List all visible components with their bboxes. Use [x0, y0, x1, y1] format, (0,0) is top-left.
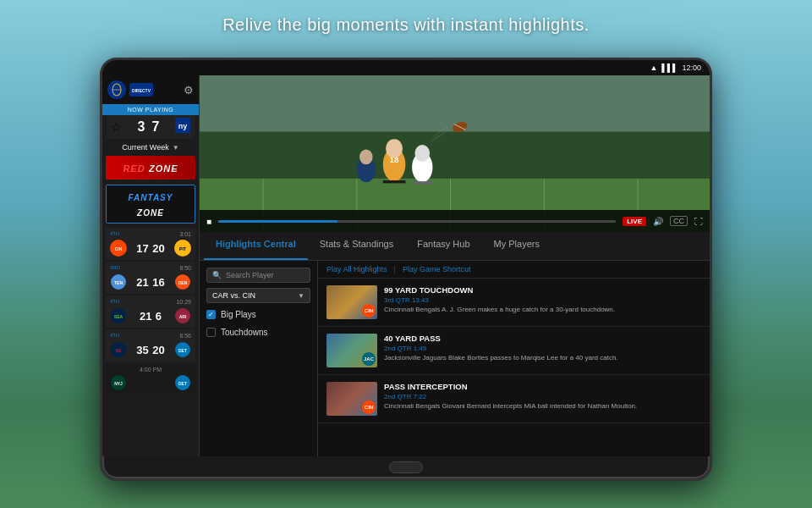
headline: Relive the big moments with instant high… — [0, 15, 812, 35]
screen: DIRECTV ⚙ NOW PLAYING ☆ 3 7 — [102, 75, 710, 456]
svg-text:DIRECTV: DIRECTV — [132, 88, 151, 93]
game3-scores: 21 6 — [140, 308, 162, 323]
highlight-item-2[interactable]: JAC 40 YARD PASS 2nd QTR 1:49 Jacksonvil… — [318, 327, 710, 375]
game-selector-arrow: ▼ — [298, 292, 304, 300]
team-logo-cin: CIN — [110, 240, 127, 257]
home-button[interactable] — [389, 461, 423, 473]
svg-point-40 — [414, 145, 430, 162]
progress-fill — [218, 220, 337, 223]
current-week[interactable]: Current Week ▼ — [102, 141, 199, 153]
tab-stats[interactable]: Stats & Standings — [308, 232, 405, 260]
filter-touchdowns[interactable]: Touchdowns — [206, 326, 310, 339]
sidebar-logo: DIRECTV — [107, 80, 153, 99]
svg-rect-41 — [412, 181, 432, 184]
highlight-desc-1: Cincinnati Bengals A. J. Green makes a h… — [384, 306, 701, 314]
red-zone-banner[interactable]: RED ZONE — [106, 156, 195, 179]
highlight-thumb-1: CIN — [326, 285, 377, 319]
touchdowns-checkbox[interactable] — [206, 328, 216, 337]
game-item-2[interactable]: 3RD 8:50 TEN 21 16 — [106, 262, 195, 294]
team-logo-ari: ARI — [174, 307, 191, 324]
svg-text:NYJ: NYJ — [114, 381, 123, 386]
svg-text:18: 18 — [390, 155, 400, 164]
fullscreen-button[interactable]: ⛶ — [694, 217, 703, 226]
progress-bar[interactable] — [218, 220, 616, 223]
highlight-time-3: 2nd QTR 7:22 — [384, 393, 701, 400]
filter-big-plays[interactable]: Big Plays — [206, 308, 310, 321]
directv-logo: DIRECTV — [129, 83, 153, 97]
highlight-item-3[interactable]: CIN PASS INTERCEPTION 2nd QTR 7:22 Cinci… — [318, 375, 710, 423]
volume-icon[interactable]: 🔊 — [653, 217, 663, 226]
score-numbers: 3 7 — [138, 119, 160, 135]
svg-rect-28 — [200, 75, 710, 131]
week-dropdown-arrow: ▼ — [173, 144, 179, 152]
game2-qtr: 3RD — [110, 265, 120, 271]
tab-fantasy[interactable]: Fantasy Hub — [405, 232, 481, 260]
svg-text:ny: ny — [178, 122, 188, 130]
team-logo-det2: DET — [174, 374, 191, 391]
tab-highlights[interactable]: Highlights Central — [204, 232, 308, 260]
settings-icon[interactable]: ⚙ — [184, 84, 194, 97]
game4-scores: 35 20 — [136, 342, 164, 357]
now-playing-bar: NOW PLAYING — [102, 104, 199, 115]
game2-scores: 21 16 — [136, 274, 164, 290]
tab-navigation: Highlights Central Stats & Standings Fan… — [200, 232, 710, 261]
highlight-title-2: 40 YARD PASS — [384, 334, 701, 343]
video-player[interactable]: 18 — [200, 75, 710, 232]
main-area: 18 — [200, 75, 710, 456]
jaguars-badge-2: JAC — [362, 352, 376, 366]
red-text: RED — [123, 163, 145, 174]
svg-point-43 — [359, 150, 373, 165]
cc-button[interactable]: CC — [670, 216, 688, 226]
big-plays-label: Big Plays — [221, 310, 256, 319]
highlight-thumb-3: CIN — [326, 382, 377, 416]
links-divider: | — [394, 265, 396, 273]
wifi-icon: ▲ — [650, 64, 657, 72]
fantasy-zone-banner[interactable]: FANTASY ZONE — [106, 185, 195, 224]
search-box[interactable]: 🔍 Search Player — [206, 268, 310, 283]
tab-players[interactable]: My Players — [482, 232, 551, 260]
upcoming-time: 4:00 PM — [110, 367, 191, 373]
highlight-title-1: 99 YARD TOUCHDOWN — [384, 285, 701, 295]
team-logo-sea: SEA — [110, 307, 127, 324]
game3-time: 10:29 — [176, 299, 191, 305]
nfl-logo — [107, 80, 126, 99]
play-game-shortcut[interactable]: Play Game Shortcut — [403, 265, 471, 273]
ny-giants-logo: ny — [175, 118, 190, 136]
now-playing-label: NOW PLAYING — [107, 107, 195, 113]
game-item-4[interactable]: 4TH 6:56 NE 35 20 — [106, 329, 195, 362]
svg-text:DET: DET — [178, 381, 187, 386]
highlight-time-1: 3rd QTR 13:43 — [384, 296, 701, 304]
svg-text:TEN: TEN — [114, 280, 123, 285]
team-logo-nyj: NYJ — [110, 374, 127, 391]
highlight-desc-3: Cincinnati Bengals Giovani Bernard inter… — [384, 402, 701, 411]
game-item-3[interactable]: 4TH 10:29 SEA 21 6 — [106, 295, 195, 328]
live-badge: LIVE — [623, 217, 646, 226]
highlight-item-1[interactable]: CIN 99 YARD TOUCHDOWN 3rd QTR 13:43 Cinc… — [318, 279, 710, 327]
svg-text:ARI: ARI — [179, 314, 187, 319]
game1-time: 3:01 — [179, 231, 191, 237]
upcoming-game[interactable]: 4:00 PM NYJ DET — [106, 363, 195, 395]
svg-text:CIN: CIN — [115, 246, 123, 251]
game1-scores: 17 20 — [136, 240, 164, 256]
big-plays-checkbox[interactable] — [206, 310, 216, 319]
game2-time: 8:50 — [179, 265, 191, 271]
game1-qtr: 4TH — [110, 231, 119, 237]
time-display: 12:00 — [682, 64, 701, 72]
touchdowns-label: Touchdowns — [221, 328, 268, 337]
game-list: 4TH 3:01 CIN 17 20 — [102, 226, 199, 456]
game-selector-text: CAR vs. CIN — [212, 291, 255, 300]
game-item-1[interactable]: 4TH 3:01 CIN 17 20 — [106, 228, 195, 260]
game4-time: 6:56 — [179, 333, 191, 339]
highlight-info-2: 40 YARD PASS 2nd QTR 1:49 Jacksonville J… — [384, 334, 701, 362]
stop-button[interactable]: ■ — [206, 217, 211, 226]
highlights-feed: Play All Highlights | Play Game Shortcut… — [318, 261, 710, 456]
search-placeholder: Search Player — [226, 271, 274, 279]
current-week-label: Current Week — [122, 143, 168, 152]
game-selector[interactable]: CAR vs. CIN ▼ — [206, 288, 310, 303]
play-all-highlights[interactable]: Play All Highlights — [326, 265, 387, 273]
play-links-bar: Play All Highlights | Play Game Shortcut — [318, 261, 710, 279]
team-logo-pit: PIT — [174, 240, 191, 257]
highlight-info-3: PASS INTERCEPTION 2nd QTR 7:22 Cincinnat… — [384, 382, 701, 411]
tablet-device: ▲ ▌▌▌ 12:00 — [100, 58, 712, 481]
svg-rect-37 — [383, 180, 406, 183]
